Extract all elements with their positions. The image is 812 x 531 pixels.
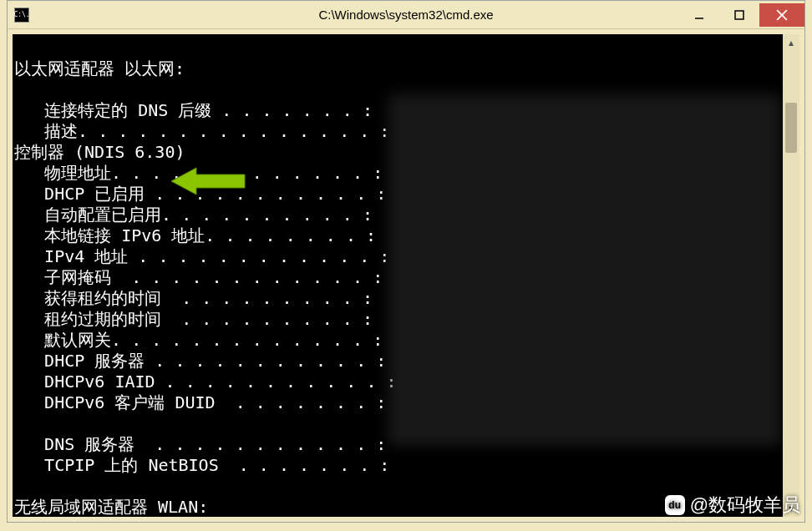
scroll-thumb[interactable] [785,103,797,153]
watermark: du @数码牧羊员 [665,493,800,518]
vertical-scrollbar[interactable]: ▴ ▾ [783,34,799,517]
terminal-container: 以太网适配器 以太网: 连接特定的 DNS 后缀 . . . . . . . :… [8,29,804,522]
window-controls [679,3,804,27]
minimize-button[interactable] [679,3,719,27]
redacted-region [388,94,781,445]
close-button[interactable] [759,3,804,27]
terminal-line [14,38,798,58]
terminal-line: TCPIP 上的 NetBIOS . . . . . . . : [14,455,798,476]
cmd-window: C:\. C:\Windows\system32\cmd.exe 以太网适配器 … [7,0,805,523]
watermark-text: @数码牧羊员 [690,493,800,518]
watermark-logo-icon: du [665,495,685,515]
terminal-line: 以太网适配器 以太网: [14,58,798,79]
svg-rect-1 [735,11,743,19]
window-title: C:\Windows\system32\cmd.exe [318,8,493,22]
cmd-icon: C:\. [14,8,29,23]
titlebar[interactable]: C:\. C:\Windows\system32\cmd.exe [8,1,804,29]
highlight-arrow-icon [171,166,246,196]
maximize-button[interactable] [719,3,759,27]
scroll-up-icon[interactable]: ▴ [783,34,799,51]
svg-marker-4 [171,168,245,195]
